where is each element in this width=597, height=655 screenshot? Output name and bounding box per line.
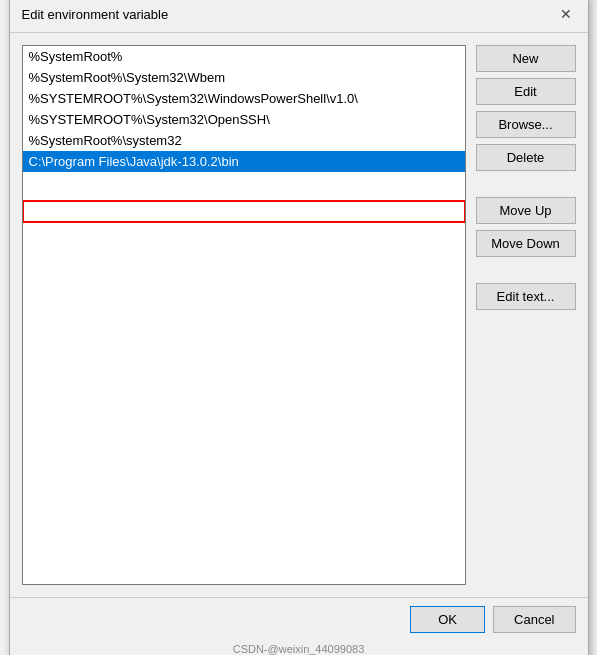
list-item[interactable]: %SystemRoot% — [23, 46, 465, 67]
cancel-button[interactable]: Cancel — [493, 606, 575, 633]
new-button[interactable]: New — [476, 45, 576, 72]
red-border-annotation — [22, 200, 466, 223]
dialog-footer: OK Cancel — [10, 597, 588, 641]
browse-button[interactable]: Browse... — [476, 111, 576, 138]
dialog-content: %SystemRoot%%SystemRoot%\System32\Wbem%S… — [10, 33, 588, 597]
list-item[interactable]: %SYSTEMROOT%\System32\OpenSSH\ — [23, 109, 465, 130]
delete-button[interactable]: Delete — [476, 144, 576, 171]
title-bar: Edit environment variable ✕ — [10, 0, 588, 33]
env-var-list[interactable]: %SystemRoot%%SystemRoot%\System32\Wbem%S… — [22, 45, 466, 585]
ok-button[interactable]: OK — [410, 606, 485, 633]
edit-env-dialog: Edit environment variable ✕ %SystemRoot%… — [9, 0, 589, 655]
edit-button[interactable]: Edit — [476, 78, 576, 105]
list-item[interactable]: C:\Program Files\Java\jdk-13.0.2\bin — [23, 151, 465, 172]
list-item[interactable]: %SystemRoot%\System32\Wbem — [23, 67, 465, 88]
list-item[interactable]: %SystemRoot%\system32 — [23, 130, 465, 151]
edit-text-button[interactable]: Edit text... — [476, 283, 576, 310]
action-buttons-panel: New Edit Browse... Delete Move Up Move D… — [476, 45, 576, 585]
dialog-title: Edit environment variable — [22, 7, 169, 22]
watermark-text: CSDN-@weixin_44099083 — [10, 641, 588, 655]
move-up-button[interactable]: Move Up — [476, 197, 576, 224]
close-button[interactable]: ✕ — [556, 4, 576, 24]
move-down-button[interactable]: Move Down — [476, 230, 576, 257]
list-item[interactable]: %SYSTEMROOT%\System32\WindowsPowerShell\… — [23, 88, 465, 109]
